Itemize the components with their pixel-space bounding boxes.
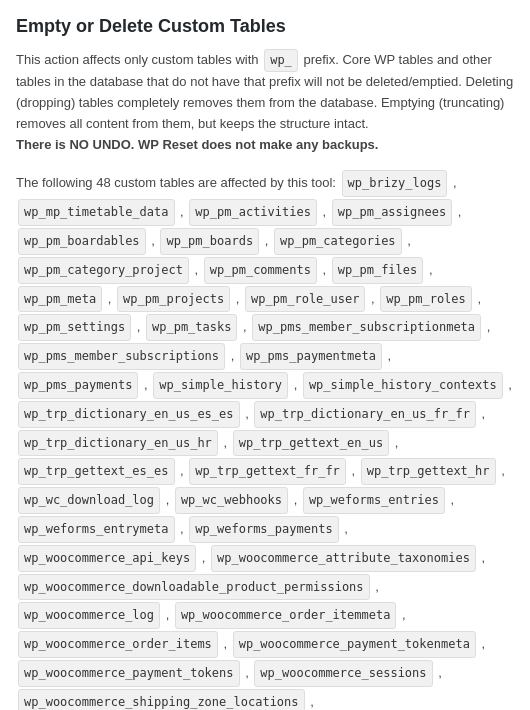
table-tag: wp_woocommerce_payment_tokens — [18, 660, 240, 687]
table-tag: wp_woocommerce_shipping_zone_locations — [18, 689, 305, 710]
table-tag: wp_trp_gettext_fr_fr — [189, 458, 346, 485]
table-tag: wp_pm_roles — [380, 286, 471, 313]
table-tag: wp_woocommerce_order_itemmeta — [175, 602, 397, 629]
table-tag: wp_trp_dictionary_en_us_hr — [18, 430, 218, 457]
table-tag: wp_brizy_logs — [342, 170, 448, 197]
table-tag: wp_woocommerce_log — [18, 602, 160, 629]
table-tag: wp_pm_projects — [117, 286, 230, 313]
table-tag: wp_pm_assignees — [332, 199, 452, 226]
page-title: Empty or Delete Custom Tables — [16, 16, 514, 37]
table-tag: wp_simple_history_contexts — [303, 372, 503, 399]
table-tag: wp_pms_paymentmeta — [240, 343, 382, 370]
table-tag: wp_simple_history — [153, 372, 288, 399]
table-tag: wp_pm_boards — [160, 228, 259, 255]
table-tag: wp_pm_comments — [204, 257, 317, 284]
table-tag: wp_weforms_entrymeta — [18, 516, 175, 543]
table-tag: wp_pms_payments — [18, 372, 138, 399]
table-tag: wp_mp_timetable_data — [18, 199, 175, 226]
table-tag: wp_trp_gettext_hr — [361, 458, 496, 485]
table-tag: wp_pm_boardables — [18, 228, 146, 255]
table-tag: wp_trp_dictionary_en_us_es_es — [18, 401, 240, 428]
table-tag: wp_woocommerce_attribute_taxonomies — [211, 545, 476, 572]
table-tag: wp_trp_gettext_es_es — [18, 458, 175, 485]
table-tag: wp_wc_download_log — [18, 487, 160, 514]
table-tag: wp_weforms_payments — [189, 516, 338, 543]
table-tag: wp_pm_settings — [18, 314, 131, 341]
wp-prefix-tag: wp_ — [264, 49, 298, 72]
table-tag: wp_weforms_entries — [303, 487, 445, 514]
table-tag: wp_wc_webhooks — [175, 487, 288, 514]
table-tag: wp_pms_member_subscriptionmeta — [252, 314, 481, 341]
no-undo-warning: There is NO UNDO. WP Reset does not make… — [16, 137, 378, 152]
table-tag: wp_pm_files — [332, 257, 423, 284]
table-tag: wp_woocommerce_payment_tokenmeta — [233, 631, 476, 658]
table-tag: wp_pm_tasks — [146, 314, 237, 341]
table-tag: wp_woocommerce_downloadable_product_perm… — [18, 574, 370, 601]
table-tag: wp_woocommerce_sessions — [254, 660, 432, 687]
table-tag: wp_trp_dictionary_en_us_fr_fr — [254, 401, 476, 428]
tables-section: The following 48 custom tables are affec… — [16, 169, 514, 710]
table-tag: wp_woocommerce_order_items — [18, 631, 218, 658]
table-tag: wp_pm_category_project — [18, 257, 189, 284]
tables-list: wp_brizy_logs , wp_mp_timetable_data , w… — [16, 175, 514, 710]
table-tag: wp_pm_meta — [18, 286, 102, 313]
table-tag: wp_trp_gettext_en_us — [233, 430, 390, 457]
table-tag: wp_pms_member_subscriptions — [18, 343, 225, 370]
table-tag: wp_pm_role_user — [245, 286, 365, 313]
table-tag: wp_woocommerce_api_keys — [18, 545, 196, 572]
table-tag: wp_pm_categories — [274, 228, 402, 255]
tables-intro-text: The following 48 custom tables are affec… — [16, 175, 336, 190]
description-block: This action affects only custom tables w… — [16, 49, 514, 155]
desc-text-1: This action affects only custom tables w… — [16, 52, 262, 67]
table-tag: wp_pm_activities — [189, 199, 317, 226]
